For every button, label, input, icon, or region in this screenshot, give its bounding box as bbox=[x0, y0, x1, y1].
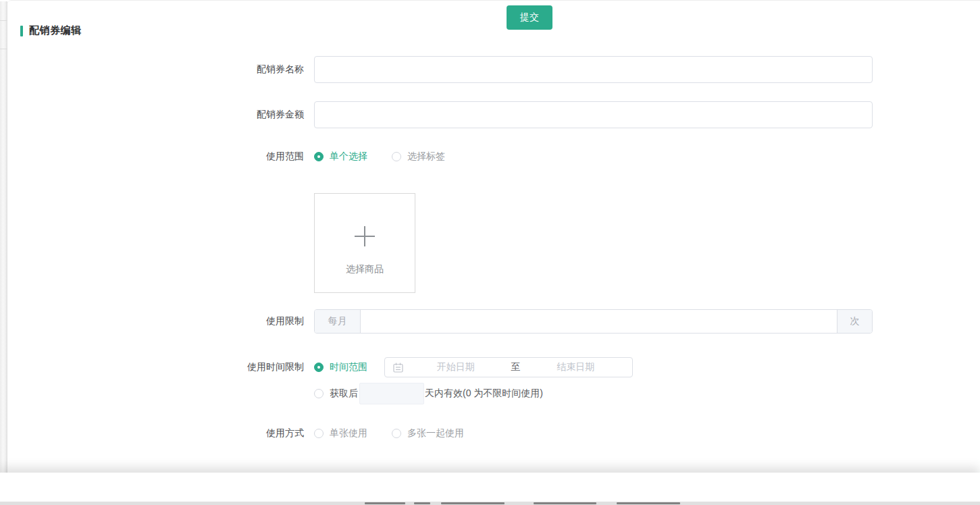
left-strip-divider bbox=[0, 49, 7, 49]
plus-icon bbox=[353, 225, 376, 250]
form-row-name: 配销券名称 bbox=[7, 56, 873, 83]
page-title: 配销券编辑 bbox=[29, 24, 82, 37]
page-header: 配销券编辑 bbox=[20, 24, 82, 37]
app-window: 配销券编辑 配销券名称 配销券金额 使用范围 单个选择 bbox=[0, 0, 980, 505]
form-row-limit: 使用限制 每月 次 bbox=[7, 309, 873, 334]
radio-dot-icon bbox=[392, 429, 401, 438]
date-range-separator: 至 bbox=[505, 361, 527, 373]
clipped-text-fragment bbox=[441, 502, 505, 504]
days-valid-prefix: 获取后 bbox=[330, 388, 358, 400]
radio-multi-use[interactable]: 多张一起使用 bbox=[392, 427, 464, 440]
left-edge-strip bbox=[0, 1, 7, 505]
clipped-text-fragment bbox=[365, 502, 405, 504]
radio-dot-icon bbox=[314, 429, 324, 438]
calendar-icon bbox=[393, 363, 403, 373]
scope-label: 使用范围 bbox=[7, 151, 304, 163]
submit-bar bbox=[0, 473, 980, 505]
radio-select-tag-label: 选择标签 bbox=[407, 151, 445, 163]
days-valid-suffix: 天内有效(0 为不限时间使用) bbox=[425, 388, 543, 400]
title-accent-bar bbox=[20, 26, 23, 36]
radio-dot-icon bbox=[392, 152, 401, 161]
clipped-text-fragment bbox=[617, 502, 680, 504]
limit-input[interactable] bbox=[361, 310, 837, 333]
left-strip-divider bbox=[0, 20, 7, 21]
amount-input[interactable] bbox=[314, 101, 873, 128]
limit-append: 次 bbox=[837, 310, 872, 333]
name-input[interactable] bbox=[314, 56, 873, 83]
form-row-amount: 配销券金额 bbox=[7, 101, 873, 128]
select-product-box[interactable]: 选择商品 bbox=[314, 193, 415, 293]
clipped-text-fragment bbox=[534, 502, 596, 504]
radio-select-tag[interactable]: 选择标签 bbox=[392, 151, 445, 163]
radio-multi-use-label: 多张一起使用 bbox=[407, 427, 464, 440]
start-date-placeholder: 开始日期 bbox=[407, 361, 505, 373]
radio-single-use[interactable]: 单张使用 bbox=[314, 427, 367, 440]
radio-dot-icon bbox=[314, 389, 324, 398]
clipped-text-fragment bbox=[414, 502, 430, 504]
amount-label: 配销券金额 bbox=[7, 109, 304, 121]
days-valid-input[interactable] bbox=[359, 383, 424, 404]
radio-single-select[interactable]: 单个选择 bbox=[314, 151, 367, 163]
radio-days-valid[interactable]: 获取后 bbox=[314, 388, 358, 400]
radio-time-range[interactable]: 时间范围 bbox=[314, 361, 367, 373]
radio-time-range-label: 时间范围 bbox=[330, 361, 367, 373]
content-card: 配销券编辑 配销券名称 配销券金额 使用范围 单个选择 bbox=[7, 0, 980, 505]
end-date-placeholder: 结束日期 bbox=[527, 361, 625, 373]
radio-dot-checked-icon bbox=[314, 363, 324, 372]
radio-dot-checked-icon bbox=[314, 152, 324, 161]
limit-input-group: 每月 次 bbox=[314, 309, 873, 334]
limit-label: 使用限制 bbox=[7, 315, 304, 327]
form-row-time-days: 获取后 天内有效(0 为不限时间使用) bbox=[7, 383, 543, 404]
clipped-content-strip bbox=[0, 502, 980, 505]
form-row-method: 使用方式 单张使用 多张一起使用 bbox=[7, 427, 464, 440]
submit-button[interactable]: 提交 bbox=[507, 5, 552, 30]
limit-prepend: 每月 bbox=[315, 310, 361, 333]
time-limit-label: 使用时间限制 bbox=[7, 361, 304, 373]
select-product-label: 选择商品 bbox=[346, 263, 384, 275]
radio-single-select-label: 单个选择 bbox=[330, 151, 367, 163]
name-label: 配销券名称 bbox=[7, 63, 304, 76]
date-range-picker[interactable]: 开始日期 至 结束日期 bbox=[384, 357, 633, 377]
form-row-time-range: 使用时间限制 时间范围 bbox=[7, 357, 633, 377]
form-row-scope: 使用范围 单个选择 选择标签 bbox=[7, 150, 445, 163]
method-label: 使用方式 bbox=[7, 427, 304, 440]
radio-single-use-label: 单张使用 bbox=[330, 427, 367, 440]
